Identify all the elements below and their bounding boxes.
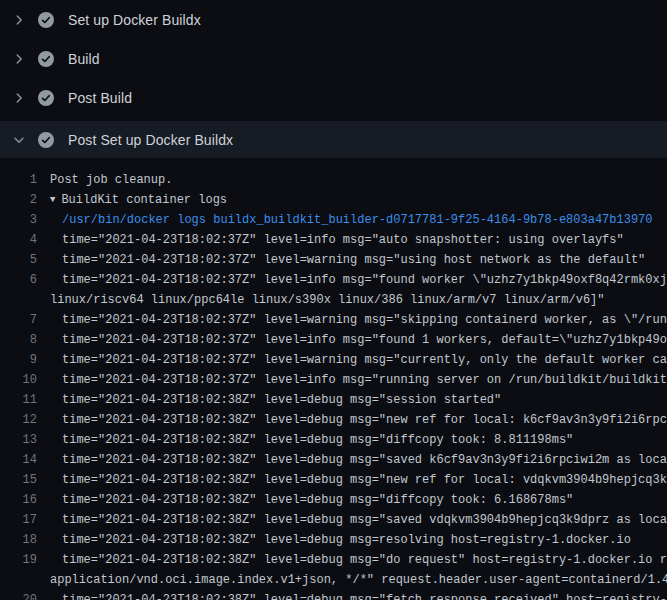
log-line: 4 time="2021-04-23T18:02:37Z" level=info…	[0, 230, 667, 250]
log-line-text: time="2021-04-23T18:02:38Z" level=debug …	[62, 530, 631, 550]
log-line-text: time="2021-04-23T18:02:38Z" level=debug …	[62, 390, 501, 410]
log-line: 18 time="2021-04-23T18:02:38Z" level=deb…	[0, 530, 667, 550]
log-line-number[interactable]: 7	[0, 310, 37, 330]
log-line-number[interactable]: 12	[0, 410, 37, 430]
log-line: 7 time="2021-04-23T18:02:37Z" level=warn…	[0, 310, 667, 330]
log-line-number[interactable]: 5	[0, 250, 37, 270]
log-line-number[interactable]: 11	[0, 390, 37, 410]
chevron-right-icon	[11, 51, 27, 67]
log-line-number[interactable]: 19	[0, 550, 37, 570]
log-line: 17 time="2021-04-23T18:02:38Z" level=deb…	[0, 510, 667, 530]
log-area: 1 Post job cleanup. 2 ▼BuildKit containe…	[0, 158, 667, 600]
log-line-number[interactable]: 14	[0, 450, 37, 470]
check-circle-icon	[38, 132, 54, 148]
log-line-number[interactable]: 20	[0, 590, 37, 600]
log-line-text: time="2021-04-23T18:02:38Z" level=debug …	[62, 410, 667, 430]
log-line-number[interactable]: 16	[0, 490, 37, 510]
check-circle-icon	[38, 90, 54, 106]
log-line: 11 time="2021-04-23T18:02:38Z" level=deb…	[0, 390, 667, 410]
log-line: 9 time="2021-04-23T18:02:37Z" level=warn…	[0, 350, 667, 370]
log-line-text: time="2021-04-23T18:02:38Z" level=debug …	[62, 490, 573, 510]
log-line: 8 time="2021-04-23T18:02:37Z" level=info…	[0, 330, 667, 350]
collapse-triangle-icon: ▼	[50, 190, 55, 210]
log-line: 1 Post job cleanup.	[0, 170, 667, 190]
log-line-text: time="2021-04-23T18:02:38Z" level=debug …	[62, 510, 667, 530]
log-line: 15 time="2021-04-23T18:02:38Z" level=deb…	[0, 470, 667, 490]
step-row[interactable]: Post Build	[0, 78, 667, 117]
step-row[interactable]: Build	[0, 39, 667, 78]
log-line: 13 time="2021-04-23T18:02:38Z" level=deb…	[0, 430, 667, 450]
log-line-text: time="2021-04-23T18:02:37Z" level=warnin…	[62, 310, 667, 330]
log-line-number[interactable]: 6	[0, 270, 37, 290]
log-line: 19 time="2021-04-23T18:02:38Z" level=deb…	[0, 550, 667, 570]
log-line-number[interactable]: 2	[0, 190, 37, 210]
log-line-number[interactable]	[0, 570, 37, 590]
log-line: 14 time="2021-04-23T18:02:38Z" level=deb…	[0, 450, 667, 470]
log-line-text: Post job cleanup.	[50, 170, 172, 190]
log-line: 5 time="2021-04-23T18:02:37Z" level=warn…	[0, 250, 667, 270]
log-line-text: time="2021-04-23T18:02:37Z" level=info m…	[62, 370, 667, 390]
log-group-toggle[interactable]: ▼BuildKit container logs	[50, 190, 227, 210]
log-line-number[interactable]: 9	[0, 350, 37, 370]
log-line-text: application/vnd.oci.image.index.v1+json,…	[50, 570, 667, 590]
step-label: Set up Docker Buildx	[68, 12, 201, 28]
chevron-down-icon	[11, 132, 27, 148]
log-line-text: time="2021-04-23T18:02:38Z" level=debug …	[62, 430, 573, 450]
log-line-number[interactable]: 17	[0, 510, 37, 530]
log-line-text: time="2021-04-23T18:02:38Z" level=debug …	[62, 450, 667, 470]
log-line: 2 ▼BuildKit container logs	[0, 190, 667, 210]
step-label: Build	[68, 51, 100, 67]
actions-log-viewer: Set up Docker Buildx Build Post Build	[0, 0, 667, 600]
log-line: 3 /usr/bin/docker logs buildx_buildkit_b…	[0, 210, 667, 230]
log-line-number[interactable]: 8	[0, 330, 37, 350]
log-line-number[interactable]: 15	[0, 470, 37, 490]
log-line: 10 time="2021-04-23T18:02:37Z" level=inf…	[0, 370, 667, 390]
log-line-text: time="2021-04-23T18:02:38Z" level=debug …	[62, 470, 667, 490]
step-label: Post Set up Docker Buildx	[68, 132, 233, 148]
log-line-text: time="2021-04-23T18:02:37Z" level=info m…	[62, 270, 667, 290]
log-line-number[interactable]: 4	[0, 230, 37, 250]
step-row[interactable]: Post Set up Docker Buildx	[0, 121, 667, 158]
check-circle-icon	[38, 51, 54, 67]
log-line: linux/riscv64 linux/ppc64le linux/s390x …	[0, 290, 667, 310]
log-line: application/vnd.oci.image.index.v1+json,…	[0, 570, 667, 590]
log-line: 20 time="2021-04-23T18:02:38Z" level=deb…	[0, 590, 667, 600]
chevron-right-icon	[11, 90, 27, 106]
step-list: Set up Docker Buildx Build Post Build	[0, 0, 667, 158]
log-line-text: time="2021-04-23T18:02:37Z" level=info m…	[62, 230, 624, 250]
chevron-right-icon	[11, 12, 27, 28]
log-line-number[interactable]	[0, 290, 37, 310]
step-row[interactable]: Set up Docker Buildx	[0, 0, 667, 39]
log-line-text: time="2021-04-23T18:02:37Z" level=warnin…	[62, 350, 667, 370]
step-label: Post Build	[68, 90, 132, 106]
log-line: 6 time="2021-04-23T18:02:37Z" level=info…	[0, 270, 667, 290]
log-line-text: /usr/bin/docker logs buildx_buildkit_bui…	[62, 210, 653, 230]
log-line: 16 time="2021-04-23T18:02:38Z" level=deb…	[0, 490, 667, 510]
log-line-text: time="2021-04-23T18:02:38Z" level=debug …	[62, 590, 667, 600]
log-line-number[interactable]: 10	[0, 370, 37, 390]
log-line: 12 time="2021-04-23T18:02:38Z" level=deb…	[0, 410, 667, 430]
log-line-text: time="2021-04-23T18:02:37Z" level=info m…	[62, 330, 667, 350]
check-circle-icon	[38, 12, 54, 28]
log-line-text: time="2021-04-23T18:02:38Z" level=debug …	[62, 550, 667, 570]
log-line-number[interactable]: 18	[0, 530, 37, 550]
log-line-number[interactable]: 13	[0, 430, 37, 450]
log-line-text: time="2021-04-23T18:02:37Z" level=warnin…	[62, 250, 645, 270]
log-line-text: linux/riscv64 linux/ppc64le linux/s390x …	[50, 290, 605, 310]
log-line-number[interactable]: 1	[0, 170, 37, 190]
log-line-number[interactable]: 3	[0, 210, 37, 230]
